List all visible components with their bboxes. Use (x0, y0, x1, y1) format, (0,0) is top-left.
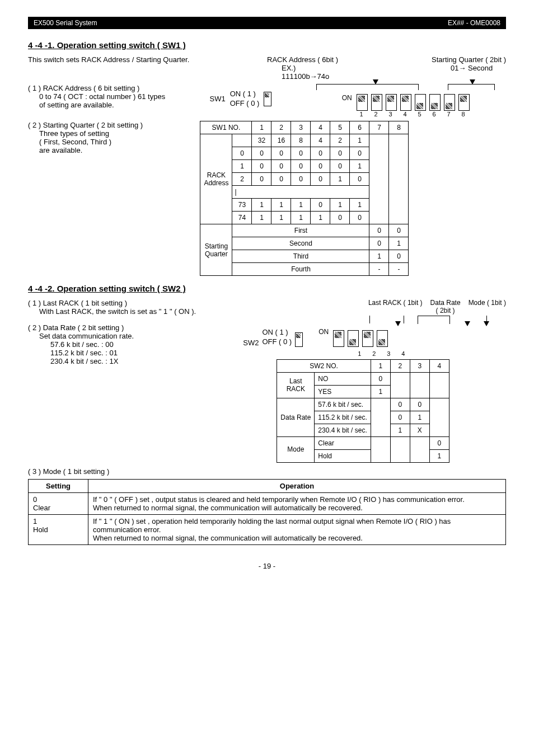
sw2-data-rate-label: Data Rate ( 2bit ) (430, 299, 461, 314)
header-bar: EX500 Serial System EX## - OME0008 (28, 17, 506, 29)
sw1-on-label: ON ( 1 ) (230, 90, 260, 99)
arrow-down-icon (470, 79, 475, 84)
arrow-down-icon (484, 321, 489, 326)
sw2-rate2: 115.2 k bit / sec. : 01 (50, 349, 243, 357)
sw2-item1-b: With Last RACK, the switch is set as " 1… (39, 307, 243, 316)
sw2-dip-4[interactable] (377, 330, 388, 347)
sw2-item2-b: Set data communication rate. (39, 332, 243, 340)
sw2-item3: ( 3 ) Mode ( 1 bit setting ) (28, 467, 506, 476)
sw2-dip-2[interactable] (348, 330, 359, 347)
sw2-mode-label: Mode ( 1bit ) (469, 299, 506, 314)
sw2-truth-table: SW2 NO. 1234 Last RACK NO0 YES1 Data Rat… (277, 359, 449, 463)
sw2-dip-on: ON (318, 328, 329, 336)
sw1-item2-c: ( First, Second, Third ) (39, 138, 200, 146)
sw2-rate1: 57.6 k bit / sec. : 00 (50, 340, 243, 349)
dip-switch-3[interactable] (386, 94, 397, 111)
section-441-title: 4 -4 -1. Operation setting switch ( SW1 … (28, 40, 506, 50)
sw1-dip-row: ON (342, 94, 470, 111)
sw1-item2-a: ( 2 ) Starting Quarter ( 2 bit setting ) (28, 121, 200, 129)
dip-switch-4[interactable] (400, 94, 411, 111)
sw1-dip-numbers: 1234 5678 (356, 111, 469, 118)
sw1-label: SW1 (210, 95, 226, 103)
section-442-title: 4 -4 -2. Operation setting switch ( SW2 … (28, 284, 506, 293)
sw2-dip-1[interactable] (333, 330, 344, 347)
sw2-last-rack-label: Last RACK ( 1bit ) (368, 299, 423, 314)
sw1-dip-on: ON (342, 94, 352, 102)
sw2-dip-3[interactable] (362, 330, 373, 347)
settings-row2-setting: 1 Hold (29, 514, 88, 544)
sw1-item1-c: of setting are available. (39, 101, 210, 109)
sw2-off-label: OFF ( 0 ) (262, 337, 292, 347)
sw2-item2-a: ( 2 ) Data Rate ( 2 bit setting ) (28, 323, 243, 332)
dip-switch-1[interactable] (357, 94, 368, 111)
arrow-down-icon (373, 79, 378, 84)
sw1-truth-table: SW1 NO. 1234 5678 RACK Address 32168 421… (200, 121, 409, 276)
dip-switch-5[interactable] (415, 94, 426, 111)
sw1-item2-d: are available. (39, 146, 200, 154)
header-right: EX## - OME0008 (448, 19, 500, 27)
rack-address-label: RACK Address ( 6bit ) EX.)111100b→74o (267, 55, 338, 81)
settings-row1-op: If " 0 " ( OFF ) set , output status is … (88, 492, 506, 514)
arrow-down-icon (395, 321, 401, 326)
dip-switch-2[interactable] (371, 94, 382, 111)
dip-switch-8[interactable] (458, 94, 470, 111)
settings-row1-setting: 0 Clear (29, 492, 88, 514)
sw1-intro: This switch sets RACK Address / Starting… (28, 55, 267, 64)
arrow-down-icon (465, 321, 470, 326)
starting-quarter-label: Starting Quarter ( 2bit ) 01→ Second (432, 55, 506, 81)
sw2-legend-switch-icon (295, 332, 303, 347)
header-left: EX500 Serial System (34, 19, 97, 27)
sw2-item1-a: ( 1 ) Last RACK ( 1 bit setting ) (28, 299, 243, 307)
sw1-off-label: OFF ( 0 ) (230, 99, 260, 109)
settings-row2-op: If " 1 " ( ON ) set , operation held tem… (88, 514, 506, 544)
page: EX500 Serial System EX## - OME0008 4 -4 … (0, 0, 534, 587)
sw2-label: SW2 (243, 339, 259, 347)
page-number: - 19 - (28, 562, 506, 570)
dip-switch-7[interactable] (444, 94, 455, 111)
sw1-item2-b: Three types of setting (39, 129, 200, 138)
sw1-item1-a: ( 1 ) RACK Address ( 6 bit setting ) (28, 84, 210, 92)
sw2-on-label: ON ( 1 ) (262, 328, 292, 337)
sw2-rate3: 230.4 k bit / sec. : 1X (50, 357, 243, 365)
sw1-legend-switch-icon (264, 92, 271, 106)
dip-switch-6[interactable] (429, 94, 441, 111)
settings-header-operation: Operation (88, 479, 506, 492)
sw2-dip-numbers: 1234 (354, 350, 506, 357)
sw1-item1-b: 0 to 74 ( OCT : octal number ) 61 types (39, 92, 210, 101)
settings-header-setting: Setting (29, 479, 88, 492)
mode-settings-table: Setting Operation 0 Clear If " 0 " ( OFF… (28, 479, 506, 545)
